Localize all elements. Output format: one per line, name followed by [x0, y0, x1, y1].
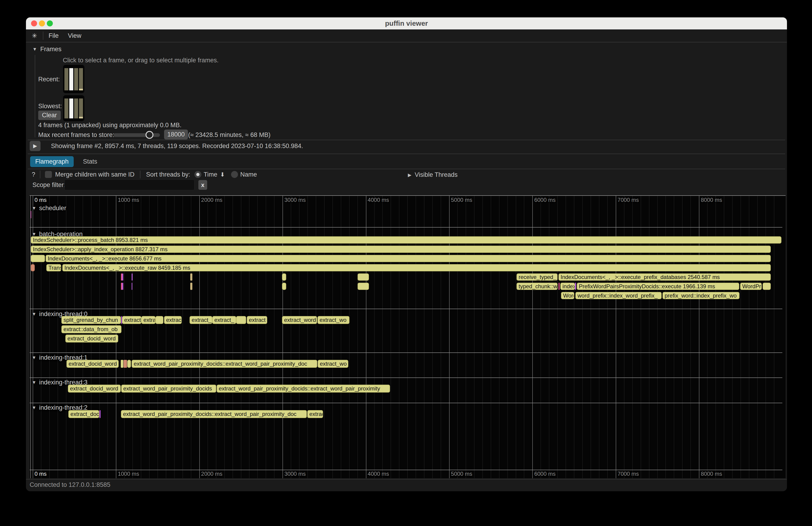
frames-collapsible-header[interactable]: ▼ Frames — [32, 46, 61, 53]
recent-frames-thumbnail[interactable] — [63, 65, 84, 93]
frame-bar-stripe[interactable] — [69, 68, 73, 90]
flame-scope-bar[interactable]: Trans — [46, 264, 61, 271]
flame-scope-bar[interactable] — [132, 274, 133, 281]
flame-scope-bar[interactable] — [282, 283, 286, 290]
flame-scope-bar[interactable] — [282, 274, 286, 281]
flame-scope-bar[interactable]: extract — [247, 316, 267, 324]
scope-filter-row: Scope filter: x — [26, 179, 787, 191]
flame-scope-bar[interactable]: extract::data_from_ob — [61, 325, 121, 333]
flame-scope-bar[interactable]: prefix_word::index_prefix_wo — [663, 292, 739, 299]
flame-scope-bar[interactable] — [236, 316, 246, 324]
flame-scope-bar[interactable]: extract_word — [282, 316, 317, 324]
visible-threads-collapsible[interactable]: ▶ Visible Threads — [408, 171, 458, 178]
flame-scope-bar[interactable]: extract_word_pair_proximity_docids::extr… — [132, 360, 317, 368]
flame-scope-bar[interactable] — [31, 264, 35, 271]
flame-scope-bar[interactable]: extract_doc — [68, 410, 99, 418]
flame-scope-bar[interactable] — [575, 283, 576, 290]
flame-scope-bar[interactable]: extrac — [164, 316, 182, 324]
flame-scope-bar[interactable] — [121, 360, 123, 368]
flame-scope-bar[interactable]: IndexScheduler>::apply_index_operation 8… — [31, 246, 771, 253]
flame-scope-bar[interactable]: extract_wo — [318, 316, 349, 324]
slider-knob[interactable] — [146, 131, 154, 139]
visible-threads-label: Visible Threads — [415, 171, 458, 178]
flame-scope-bar[interactable]: IndexDocuments<_, _>::execute 8656.677 m… — [46, 255, 771, 262]
flame-scope-bar[interactable]: receive_typed_ — [517, 274, 557, 281]
flame-scope-bar[interactable]: typed_chunk::w — [517, 283, 557, 290]
flame-scope-bar[interactable]: IndexDocuments<_, _>::execute_prefix_dat… — [559, 274, 771, 281]
help-button[interactable]: ? — [32, 171, 35, 178]
flame-scope-bar[interactable]: extract_word_pair_proximity_docids::extr… — [121, 410, 307, 418]
max-frames-label: Max recent frames to store: — [38, 131, 115, 138]
flamegraph-canvas[interactable]: 0 ms0 ms1000 ms1000 ms2000 ms2000 ms3000… — [30, 195, 786, 478]
clear-filter-button[interactable]: x — [198, 180, 207, 190]
sort-name-radio[interactable] — [231, 171, 238, 178]
sort-name-label[interactable]: Name — [240, 171, 257, 178]
flame-scope-bar[interactable]: PrefixWordPairsProximityDocids::execute … — [577, 283, 739, 290]
flame-scope-bar[interactable]: extract_docid_word — [67, 360, 119, 368]
tab-flamegraph[interactable]: Flamegraph — [30, 156, 74, 167]
flame-scope-bar[interactable] — [190, 283, 192, 290]
flame-scope-bar[interactable] — [122, 274, 123, 281]
flame-scope-bar[interactable]: extract — [122, 316, 141, 324]
flame-scope-bar[interactable] — [124, 360, 127, 368]
collapse-arrow-icon: ▼ — [32, 355, 37, 360]
tab-stats[interactable]: Stats — [78, 156, 102, 167]
indent-guide-line — [35, 55, 35, 137]
scope-filter-input[interactable] — [64, 179, 194, 190]
flame-scope-bar[interactable]: extract_docid_word — [66, 335, 118, 342]
close-window-button[interactable] — [31, 20, 37, 26]
frame-bar-stripe[interactable] — [79, 68, 83, 90]
flame-scope-bar[interactable]: extract_ — [190, 316, 212, 324]
flame-scope-bar[interactable] — [763, 283, 771, 290]
flame-scope-bar[interactable] — [132, 283, 132, 290]
flame-scope-bar[interactable]: Word — [561, 292, 574, 299]
flame-scope-bar[interactable]: extra — [141, 316, 156, 324]
frame-bar-stripe[interactable] — [74, 99, 78, 118]
menu-file[interactable]: File — [48, 32, 59, 39]
sort-time-radio[interactable] — [194, 171, 201, 178]
max-frames-slider[interactable] — [114, 133, 160, 137]
flame-scope-bar[interactable] — [190, 274, 192, 281]
collapse-arrow-icon: ▼ — [32, 206, 37, 211]
frame-bar-stripe[interactable] — [69, 99, 73, 118]
frame-bar-stripe[interactable] — [64, 68, 68, 90]
flame-scope-bar[interactable]: extract_ — [212, 316, 236, 324]
flame-scope-bar[interactable] — [156, 316, 163, 324]
play-button[interactable]: ▶ — [30, 141, 41, 151]
frame-bar-stripe[interactable] — [74, 68, 78, 90]
flame-scope-bar[interactable] — [31, 255, 45, 262]
flame-scope-bar[interactable] — [31, 211, 31, 218]
flame-scope-bar[interactable] — [559, 283, 560, 290]
flame-scope-bar[interactable]: extract_wo — [318, 360, 348, 368]
collapse-arrow-icon: ▼ — [32, 405, 37, 410]
flame-scope-bar[interactable]: word_prefix::index_word_prefix_ — [576, 292, 662, 299]
menu-view[interactable]: View — [68, 32, 81, 39]
flame-scope-bar[interactable]: extract_docid_word — [68, 385, 121, 393]
axis-tick-label: 7000 ms — [618, 471, 639, 477]
flame-scope-bar[interactable]: extract_word_pair_proximity_docids::extr… — [217, 385, 390, 393]
merge-children-checkbox[interactable] — [45, 171, 52, 178]
frame-bar-stripe[interactable] — [79, 99, 83, 118]
maximize-window-button[interactable] — [47, 20, 53, 26]
sort-direction-arrow-icon[interactable]: ⬇ — [220, 171, 225, 178]
flame-scope-bar[interactable] — [358, 274, 369, 281]
clear-button[interactable]: Clear — [38, 111, 61, 120]
flame-scope-bar[interactable]: IndexDocuments<_, _>::execute_raw 8459.1… — [62, 264, 771, 271]
slowest-frames-thumbnail[interactable] — [63, 95, 84, 121]
flame-scope-bar[interactable] — [358, 283, 369, 290]
minimize-window-button[interactable] — [39, 20, 45, 26]
thread-header-scheduler[interactable]: ▼scheduler — [32, 205, 66, 212]
max-frames-value[interactable]: 18000 — [164, 130, 188, 140]
flame-scope-bar[interactable]: extrac — [307, 410, 323, 418]
flame-scope-bar[interactable]: split_grenad_by_chun — [61, 316, 121, 324]
flame-scope-bar[interactable] — [99, 410, 101, 418]
frame-bar-stripe[interactable] — [64, 99, 68, 118]
flame-scope-bar[interactable]: index — [560, 283, 575, 290]
flame-scope-bar[interactable] — [122, 283, 123, 290]
flame-scope-bar[interactable]: extract_word_pair_proximity_docids — [121, 385, 216, 393]
flame-scope-bar[interactable]: IndexScheduler>::process_batch 8953.821 … — [31, 236, 781, 244]
flame-scope-bar[interactable]: WordPr — [740, 283, 762, 290]
sort-time-label[interactable]: Time — [204, 171, 217, 178]
flame-scope-bar[interactable] — [127, 360, 131, 368]
thread-section-separator — [30, 470, 782, 470]
